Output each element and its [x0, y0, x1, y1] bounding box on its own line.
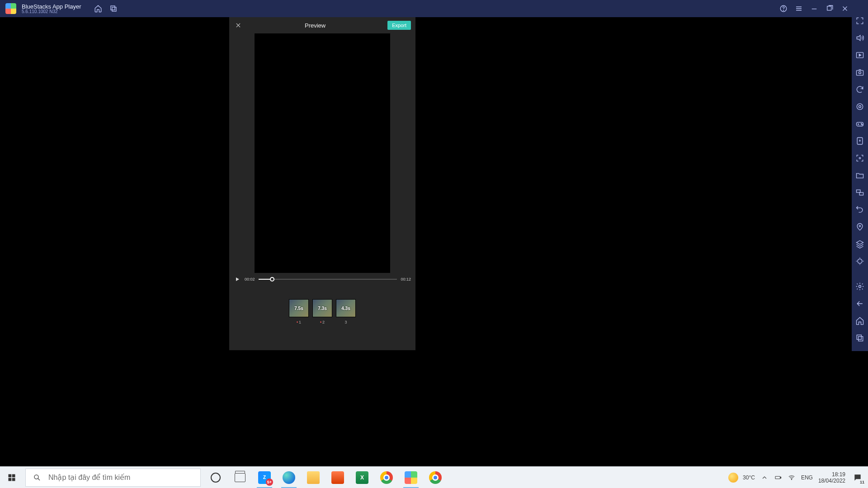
clock[interactable]: 18:19 18/04/2022 [818, 471, 845, 484]
svg-rect-25 [12, 478, 15, 481]
svg-point-17 [859, 225, 860, 226]
chrome-icon[interactable] [374, 467, 399, 488]
app-viewport: Preview Export 00:02 00:12 7.5s 7.3s 4.3… [1, 17, 641, 351]
rotate-icon[interactable] [855, 205, 865, 214]
clip-thumb[interactable]: 7.5s [289, 299, 309, 317]
play-button-icon[interactable] [234, 276, 241, 283]
android-recent-icon[interactable] [855, 333, 865, 343]
svg-point-14 [859, 157, 860, 159]
install-apk-icon[interactable] [855, 136, 865, 145]
svg-point-18 [858, 259, 862, 263]
bluestacks-taskbar-icon[interactable] [399, 467, 423, 488]
svg-rect-20 [857, 335, 861, 339]
svg-rect-23 [12, 474, 15, 477]
preview-close-icon[interactable] [234, 21, 243, 30]
close-icon[interactable] [837, 0, 853, 17]
search-icon [33, 474, 41, 482]
notification-count: 11 [860, 480, 864, 484]
help-icon[interactable] [776, 0, 791, 17]
svg-point-11 [861, 123, 862, 124]
volume-icon[interactable] [855, 33, 865, 42]
clip-index-row: •1 •2 3 [229, 320, 415, 324]
tray-overflow-icon[interactable] [760, 474, 769, 482]
screenshot-camera-icon[interactable] [855, 68, 865, 77]
export-button[interactable]: Export [387, 21, 411, 30]
svg-rect-16 [859, 192, 863, 195]
time-duration: 00:12 [401, 277, 411, 282]
fullscreen-icon[interactable] [855, 16, 865, 25]
start-button[interactable] [0, 467, 24, 488]
taskbar-search[interactable]: Nhập tại đây để tìm kiếm [25, 469, 201, 487]
layers-icon[interactable] [855, 239, 865, 249]
action-center-icon[interactable]: 11 [851, 471, 864, 484]
svg-point-9 [859, 105, 861, 108]
wifi-icon[interactable] [788, 474, 796, 482]
svg-point-8 [857, 103, 863, 109]
clip-thumb[interactable]: 4.3s [336, 299, 356, 317]
excel-icon[interactable]: X [350, 467, 374, 488]
settings-gear-icon[interactable] [855, 282, 865, 291]
svg-rect-22 [9, 474, 12, 477]
weather-icon [728, 473, 738, 483]
location-pin-icon[interactable] [855, 222, 865, 231]
target-lock-icon[interactable] [855, 102, 865, 111]
file-explorer-icon[interactable] [301, 467, 326, 488]
preview-video-area [255, 33, 390, 273]
ime-indicator[interactable]: ENG [801, 474, 813, 481]
back-arrow-icon[interactable] [855, 299, 865, 308]
clip-thumb[interactable]: 7.3s [312, 299, 332, 317]
clip-index: •2 [312, 320, 332, 324]
bluestacks-logo-icon [5, 3, 16, 14]
svg-rect-15 [857, 190, 860, 192]
svg-point-26 [34, 475, 38, 479]
system-tray: 30°C ENG 18:19 18/04/2022 11 [728, 467, 868, 488]
home-icon[interactable] [90, 0, 106, 17]
sync-icon[interactable] [855, 85, 865, 94]
clip-index: •1 [289, 320, 309, 324]
weather-widget[interactable]: 30°C [728, 473, 755, 483]
minimize-icon[interactable] [807, 0, 822, 17]
cortana-icon[interactable] [203, 467, 228, 488]
seek-knob-icon[interactable] [270, 277, 274, 282]
media-folder-icon[interactable] [855, 171, 865, 180]
ime-lang: ENG [801, 474, 813, 481]
edge-icon[interactable] [277, 467, 301, 488]
time-current: 00:02 [245, 277, 255, 282]
preview-panel: Preview Export 00:02 00:12 7.5s 7.3s 4.3… [229, 17, 415, 350]
bluestacks-titlebar: BlueStacks App Player 5.6.110.1002 N32 [0, 0, 642, 17]
recent-apps-icon[interactable] [106, 0, 121, 17]
zalo-icon[interactable]: Z 5+ [252, 467, 277, 488]
shake-icon[interactable] [855, 257, 865, 266]
chrome-icon[interactable] [423, 467, 448, 488]
android-home-icon[interactable] [855, 316, 865, 325]
game-controls-icon[interactable] [855, 119, 865, 128]
svg-rect-24 [9, 478, 12, 481]
capture-region-icon[interactable] [855, 154, 865, 163]
seek-track[interactable] [259, 279, 397, 280]
battery-icon[interactable] [774, 474, 782, 482]
bluestacks-sidepanel [852, 0, 868, 351]
clip-index: 3 [336, 320, 356, 324]
search-placeholder: Nhập tại đây để tìm kiếm [48, 473, 130, 482]
svg-point-29 [791, 479, 792, 479]
svg-point-19 [859, 285, 861, 287]
office-icon[interactable] [326, 467, 350, 488]
hamburger-menu-icon[interactable] [791, 0, 807, 17]
app-version: 5.6.110.1002 N32 [22, 9, 81, 14]
svg-point-7 [859, 71, 861, 74]
svg-rect-1 [112, 7, 116, 11]
windows-taskbar: Nhập tại đây để tìm kiếm Z 5+ X 30°C ENG… [0, 466, 868, 488]
svg-point-3 [783, 10, 784, 10]
svg-rect-27 [775, 476, 780, 479]
taskview-icon[interactable] [228, 467, 252, 488]
maximize-icon[interactable] [822, 0, 837, 17]
taskbar-pinned-apps: Z 5+ X [203, 467, 448, 488]
clip-thumbnails: 7.5s 7.3s 4.3s [229, 299, 415, 317]
multi-instance-icon[interactable] [855, 188, 865, 197]
window-controls [642, 0, 868, 17]
time: 18:19 [832, 471, 845, 478]
zalo-badge: 5+ [266, 479, 273, 486]
media-player-icon[interactable] [855, 51, 865, 60]
date: 18/04/2022 [818, 478, 845, 484]
svg-rect-0 [111, 6, 115, 10]
